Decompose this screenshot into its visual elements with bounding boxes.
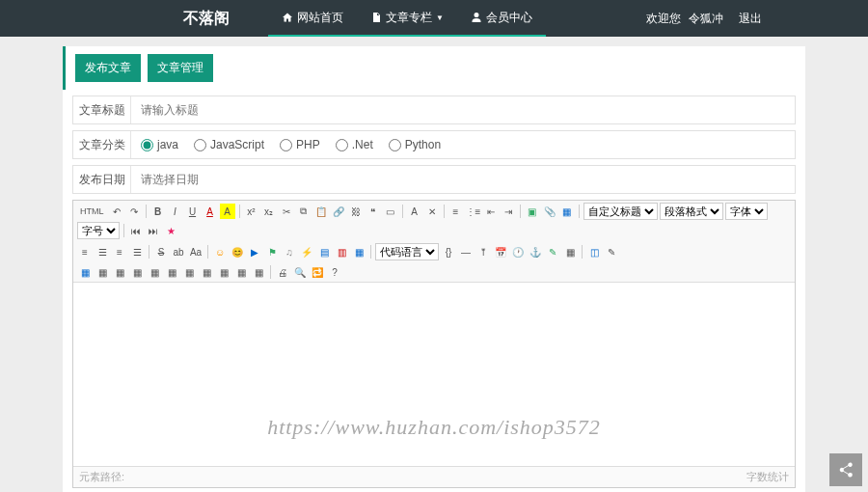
video-icon[interactable]: ▶ <box>247 244 262 260</box>
logout-link[interactable]: 退出 <box>739 11 762 27</box>
align-left-icon[interactable]: ≡ <box>77 244 93 260</box>
super-icon[interactable]: x² <box>244 204 259 219</box>
cat-js[interactable]: JavaScript <box>194 138 264 151</box>
code-icon[interactable]: {} <box>441 244 456 260</box>
manage-tab[interactable]: 文章管理 <box>148 54 213 82</box>
emoji-icon[interactable]: 😊 <box>230 244 245 260</box>
italic-icon[interactable]: I <box>168 204 183 219</box>
paragraph-select[interactable]: 段落格式 <box>660 203 723 220</box>
strike-icon[interactable]: S <box>153 244 169 260</box>
gt-icon[interactable]: ⏭ <box>146 223 161 238</box>
nav-home[interactable]: 网站首页 <box>268 0 357 37</box>
underline-icon[interactable]: U <box>185 204 201 219</box>
word-icon[interactable]: ▦ <box>351 244 366 260</box>
ab-icon[interactable]: ab <box>171 244 186 260</box>
editor-textarea[interactable] <box>73 283 795 466</box>
hr-icon[interactable]: — <box>458 244 474 260</box>
print-icon[interactable]: 🖨 <box>275 264 290 280</box>
welcome-user: 令狐冲 <box>689 11 723 27</box>
grid10-icon[interactable]: ▦ <box>233 264 249 280</box>
label-title: 文章标题 <box>73 96 131 123</box>
nav-column[interactable]: 文章专栏 ▼ <box>357 0 457 37</box>
row-title: 文章标题 <box>72 96 796 124</box>
outdent-icon[interactable]: ⇤ <box>483 204 499 219</box>
cat-java[interactable]: java <box>141 138 178 151</box>
brand-logo: 不落阁 <box>183 9 230 29</box>
doc-icon[interactable]: ▤ <box>316 244 332 260</box>
user-icon <box>471 12 482 23</box>
align-right-icon[interactable]: ≡ <box>112 244 127 260</box>
image-icon[interactable]: ▣ <box>525 204 540 219</box>
snap-icon[interactable]: ✎ <box>545 244 560 260</box>
grid5-icon[interactable]: ▦ <box>147 264 162 280</box>
fontcolor-icon[interactable]: A <box>203 204 218 219</box>
copy-icon[interactable]: ⧉ <box>296 204 312 219</box>
title-input[interactable] <box>141 103 785 117</box>
indent-icon[interactable]: ⇥ <box>501 204 516 219</box>
time-icon[interactable]: 🕐 <box>510 244 526 260</box>
smile-icon[interactable]: ☺ <box>212 244 228 260</box>
paste-icon[interactable]: 📋 <box>313 204 329 219</box>
grid2-icon[interactable]: ▦ <box>95 264 110 280</box>
grid6-icon[interactable]: ▦ <box>164 264 179 280</box>
pagebreak-icon[interactable]: ⤒ <box>475 244 491 260</box>
top-navbar: 不落阁 网站首页 文章专栏 ▼ 会员中心 欢迎您 令狐冲 退出 <box>0 0 868 37</box>
nav-member[interactable]: 会员中心 <box>457 0 546 37</box>
ul-icon[interactable]: ⋮≡ <box>466 204 481 219</box>
date-input[interactable] <box>141 173 785 186</box>
share-button[interactable] <box>829 453 862 486</box>
clear-icon[interactable]: ✕ <box>424 204 440 219</box>
star-icon[interactable]: ★ <box>163 223 178 238</box>
nav-member-label: 会员中心 <box>486 10 532 26</box>
html-icon[interactable]: HTML <box>77 204 107 219</box>
grid11-icon[interactable]: ▦ <box>251 264 266 280</box>
cat-net[interactable]: .Net <box>336 138 373 151</box>
ol-icon[interactable]: ≡ <box>448 204 464 219</box>
cut-icon[interactable]: ✂ <box>279 204 294 219</box>
code-lang-select[interactable]: 代码语言 <box>375 243 439 260</box>
justify-icon[interactable]: ☰ <box>129 244 145 260</box>
select-icon[interactable]: ▭ <box>383 204 398 219</box>
attach-icon[interactable]: 📎 <box>542 204 557 219</box>
publish-tab[interactable]: 发布文章 <box>75 54 141 82</box>
grid9-icon[interactable]: ▦ <box>216 264 231 280</box>
anchor-icon[interactable]: ⚓ <box>528 244 543 260</box>
grid8-icon[interactable]: ▦ <box>199 264 214 280</box>
link-icon[interactable]: 🔗 <box>331 204 346 219</box>
cat-python[interactable]: Python <box>389 138 441 151</box>
table-icon[interactable]: ▦ <box>559 204 575 219</box>
help-icon[interactable]: ? <box>327 264 342 280</box>
size-select[interactable]: 字号 <box>77 222 120 239</box>
bold-icon[interactable]: B <box>150 204 166 219</box>
cell-icon[interactable]: ▦ <box>562 244 578 260</box>
custom-title-select[interactable]: 自定义标题 <box>583 203 658 220</box>
grid4-icon[interactable]: ▦ <box>129 264 145 280</box>
chevron-down-icon: ▼ <box>436 14 444 22</box>
redo-icon[interactable]: ↷ <box>126 204 142 219</box>
align-center-icon[interactable]: ☰ <box>95 244 110 260</box>
date-icon[interactable]: 📅 <box>493 244 508 260</box>
draft-icon[interactable]: ✎ <box>604 244 619 260</box>
map-icon[interactable]: ⚑ <box>264 244 280 260</box>
case-icon[interactable]: Aa <box>188 244 203 260</box>
bgcolor-icon[interactable]: A <box>220 204 235 219</box>
undo-icon[interactable]: ↶ <box>109 204 124 219</box>
grid7-icon[interactable]: ▦ <box>181 264 197 280</box>
flash-icon[interactable]: ⚡ <box>299 244 314 260</box>
nav-home-label: 网站首页 <box>297 10 343 26</box>
replace-icon[interactable]: 🔁 <box>310 264 325 280</box>
quote-icon[interactable]: ❝ <box>366 204 381 219</box>
music-icon[interactable]: ♫ <box>282 244 297 260</box>
search-icon[interactable]: 🔍 <box>292 264 308 280</box>
font-select[interactable]: 字体 <box>725 203 768 220</box>
cat-php[interactable]: PHP <box>280 138 320 151</box>
lt-icon[interactable]: ⏮ <box>128 223 144 238</box>
grid3-icon[interactable]: ▦ <box>112 264 127 280</box>
grid1-icon[interactable]: ▦ <box>77 264 93 280</box>
sub-icon[interactable]: x₂ <box>261 204 277 219</box>
font-a-icon[interactable]: A <box>407 204 422 219</box>
pdf-icon[interactable]: ▥ <box>334 244 349 260</box>
unlink-icon[interactable]: ⛓ <box>348 204 364 219</box>
template-icon[interactable]: ◫ <box>586 244 602 260</box>
row-date: 发布日期 <box>72 165 796 194</box>
